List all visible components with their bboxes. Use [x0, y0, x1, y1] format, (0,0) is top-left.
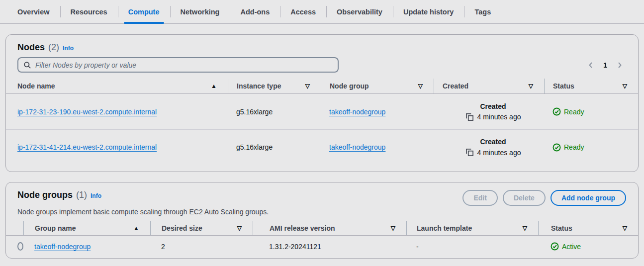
nodes-panel: Nodes (2) Info 1 [5, 34, 639, 172]
node-group-link[interactable]: takeoff-nodegroup [329, 108, 385, 116]
tab-compute[interactable]: Compute [118, 0, 170, 23]
cluster-tab-bar: Overview Resources Compute Networking Ad… [0, 0, 644, 24]
nodes-filter-box [17, 57, 339, 73]
tab-add-ons[interactable]: Add-ons [230, 0, 280, 23]
row-select-radio[interactable] [17, 242, 23, 251]
copy-icon[interactable] [465, 113, 474, 121]
group-name-link[interactable]: takeoff-nodegroup [34, 243, 91, 251]
search-icon [23, 61, 31, 69]
sort-icon[interactable]: ▽ [418, 83, 423, 89]
table-row: takeoff-nodegroup 2 1.31.2-20241121 - Ac… [6, 236, 638, 257]
sort-icon[interactable]: ▽ [305, 83, 310, 89]
selection-column-header [6, 221, 23, 235]
sort-icon[interactable]: ▽ [623, 83, 627, 89]
next-page-button[interactable] [613, 59, 626, 72]
column-label: Launch template [417, 224, 472, 232]
created-time-value: 4 minutes ago [477, 113, 521, 121]
tab-access[interactable]: Access [280, 0, 326, 23]
column-label: Desired size [162, 224, 202, 232]
nodes-title: Nodes [17, 42, 45, 53]
node-groups-panel: Node groups (1) Info Edit Delete Add nod… [5, 182, 639, 259]
tab-observability[interactable]: Observability [326, 0, 393, 23]
nodes-table-header: Node name ▲ Instance type ▽ Node group ▽… [6, 79, 638, 94]
ami-release-version-value: 1.31.2-20241121 [253, 243, 406, 251]
column-header-status[interactable]: Status ▽ [544, 79, 638, 93]
status-badge: Active [562, 243, 581, 251]
node-groups-count: (1) [76, 190, 87, 200]
column-label: Node group [330, 82, 369, 90]
add-node-group-button[interactable]: Add node group [551, 190, 626, 206]
node-group-link[interactable]: takeoff-nodegroup [329, 143, 385, 151]
column-label: Group name [35, 224, 76, 232]
tab-resources[interactable]: Resources [60, 0, 118, 23]
nodes-filter-input[interactable] [35, 61, 333, 69]
tab-update-history[interactable]: Update history [393, 0, 464, 23]
previous-page-button[interactable] [584, 59, 597, 72]
edit-button[interactable]: Edit [462, 190, 497, 206]
sort-icon[interactable]: ▽ [529, 83, 533, 89]
column-header-node-name[interactable]: Node name ▲ [6, 79, 228, 93]
column-label: Node name [17, 82, 55, 90]
node-groups-title: Node groups [17, 190, 73, 200]
launch-template-value: - [406, 243, 538, 251]
status-badge: Ready [564, 108, 584, 116]
status-badge: Ready [564, 143, 584, 151]
current-page-number[interactable]: 1 [599, 61, 611, 69]
nodes-count: (2) [48, 42, 59, 53]
sort-icon[interactable]: ▽ [623, 225, 627, 232]
delete-button[interactable]: Delete [503, 190, 546, 206]
column-header-node-group[interactable]: Node group ▽ [321, 79, 434, 93]
column-label: Instance type [237, 82, 281, 90]
column-label: AMI release version [270, 224, 335, 232]
chevron-left-icon [587, 61, 595, 69]
column-label: Status [553, 82, 574, 90]
column-header-created[interactable]: Created ▽ [434, 79, 544, 93]
created-label: Created [480, 138, 506, 146]
column-header-ami-release-version[interactable]: AMI release version ▽ [253, 221, 406, 235]
column-header-instance-type[interactable]: Instance type ▽ [228, 79, 321, 93]
sort-icon[interactable]: ▽ [391, 225, 395, 232]
copy-icon[interactable] [465, 148, 474, 157]
column-label: Created [443, 82, 468, 90]
node-groups-description: Node groups implement basic compute scal… [6, 206, 638, 216]
node-name-link[interactable]: ip-172-31-23-190.eu-west-2.compute.inter… [17, 108, 157, 116]
tab-overview[interactable]: Overview [7, 0, 60, 23]
sort-icon[interactable]: ▽ [523, 225, 527, 232]
created-time-value: 4 minutes ago [477, 149, 521, 157]
sort-ascending-icon[interactable]: ▲ [211, 83, 217, 89]
sort-ascending-icon[interactable]: ▲ [133, 225, 139, 232]
chevron-right-icon [616, 61, 624, 69]
instance-type-value: g5.16xlarge [228, 108, 321, 116]
column-header-status[interactable]: Status ▽ [538, 221, 638, 235]
column-header-launch-template[interactable]: Launch template ▽ [406, 221, 538, 235]
desired-size-value: 2 [150, 243, 253, 251]
tab-networking[interactable]: Networking [170, 0, 230, 23]
node-name-link[interactable]: ip-172-31-41-214.eu-west-2.compute.inter… [17, 143, 157, 151]
status-active-icon [551, 242, 559, 251]
table-row: ip-172-31-41-214.eu-west-2.compute.inter… [6, 129, 638, 165]
status-ready-icon [552, 107, 561, 116]
table-row: ip-172-31-23-190.eu-west-2.compute.inter… [6, 94, 638, 129]
column-header-desired-size[interactable]: Desired size ▽ [150, 221, 253, 235]
sort-icon[interactable]: ▽ [237, 225, 242, 232]
column-label: Status [551, 224, 572, 232]
nodes-info-link[interactable]: Info [63, 45, 74, 52]
tab-tags[interactable]: Tags [464, 0, 501, 23]
status-ready-icon [552, 143, 561, 152]
column-header-group-name[interactable]: Group name ▲ [23, 221, 150, 235]
created-label: Created [480, 102, 506, 110]
instance-type-value: g5.16xlarge [228, 143, 321, 151]
nodes-pagination: 1 [584, 59, 626, 72]
node-groups-info-link[interactable]: Info [91, 192, 101, 199]
node-groups-table-header: Group name ▲ Desired size ▽ AMI release … [6, 221, 638, 236]
